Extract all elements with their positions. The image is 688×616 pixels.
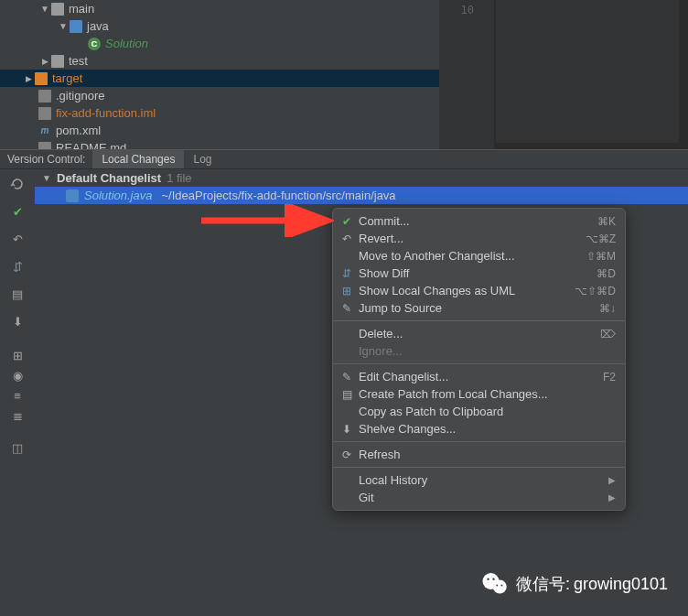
svg-point-2 [493,580,507,594]
menu-item-jump[interactable]: ✎ Jump to Source ⌘↓ [333,299,625,317]
tool-strip: ✔ ↶ ⇵ ▤ ⬇ ⊞ ◉ ≡ ≣ ◫ [0,169,35,616]
editor-background [496,0,679,143]
revert-icon[interactable]: ↶ [6,228,28,250]
submenu-arrow-icon: ▶ [608,475,616,485]
tree-row-gitignore[interactable]: .gitignore [0,87,439,104]
shelve-icon: ⬇ [339,423,355,436]
menu-shortcut: ⌘D [597,267,616,280]
shelve-icon[interactable]: ⬇ [6,310,28,332]
menu-item-edit-changelist[interactable]: ✎ Edit Changelist... F2 [333,368,625,385]
menu-item-revert[interactable]: ↶ Revert... ⌥⌘Z [333,230,625,247]
watermark: 微信号: growing0101 [481,570,668,598]
expand-arrow-icon[interactable] [40,172,53,185]
changelist-header[interactable]: Default Changelist 1 file [35,169,688,187]
menu-item-uml[interactable]: ⊞ Show Local Changes as UML ⌥⇧⌘D [333,282,625,299]
project-tree[interactable]: main java C Solution test target .gitign… [0,0,439,149]
refresh-icon: ⟳ [339,448,355,461]
changed-file-row[interactable]: Solution.java ~/IdeaProjects/fix-add-fun… [35,187,688,204]
menu-label: Move to Another Changelist... [359,249,586,263]
tree-row-pom[interactable]: m pom.xml [0,122,439,139]
class-icon: C [88,38,101,50]
preview-icon[interactable]: ◉ [6,367,28,384]
menu-label: Revert... [359,232,586,245]
tree-row-main[interactable]: main [0,0,439,17]
tree-label-target: target [52,71,82,85]
menu-item-local-history[interactable]: Local History ▶ [333,471,625,489]
menu-shortcut: ⌦ [600,328,616,340]
revert-icon: ↶ [339,232,355,245]
tab-log[interactable]: Log [184,150,220,168]
expand-arrow-icon[interactable] [38,3,51,16]
svg-point-4 [492,578,494,580]
menu-shortcut: F2 [603,371,616,384]
show-diff-preview-icon[interactable]: ◫ [6,437,28,459]
expand-arrow-icon[interactable] [38,55,51,68]
commit-icon[interactable]: ✔ [6,200,28,222]
folder-icon [51,55,64,68]
menu-item-shelve[interactable]: ⬇ Shelve Changes... [333,420,625,438]
folder-icon [35,72,48,85]
menu-item-ignore: Ignore... [333,342,625,360]
menu-label: Create Patch from Local Changes... [359,387,616,401]
tab-local-changes[interactable]: Local Changes [92,150,184,168]
menu-separator [333,441,625,442]
tree-row-solution[interactable]: C Solution [0,35,439,52]
folder-icon [51,3,64,16]
group-icon[interactable]: ⊞ [6,347,28,363]
tree-row-readme[interactable]: README.md [0,139,439,149]
changed-file-path: ~/IdeaProjects/fix-add-function/src/main… [161,189,395,202]
menu-separator [333,467,625,468]
tree-label-main: main [69,2,94,16]
tree-row-java[interactable]: java [0,17,439,35]
tree-row-target[interactable]: target [0,70,439,87]
changelist-icon[interactable]: ▤ [6,283,28,305]
menu-item-refresh[interactable]: ⟳ Refresh [333,446,625,463]
menu-item-move[interactable]: Move to Another Changelist... ⇧⌘M [333,247,625,265]
collapse-icon[interactable]: ≣ [6,407,28,424]
java-file-icon [66,189,79,202]
refresh-icon[interactable] [6,173,28,195]
menu-item-copy-patch[interactable]: Copy as Patch to Clipboard [333,403,625,420]
expand-icon[interactable]: ≡ [6,387,28,404]
top-area: main java C Solution test target .gitign… [0,0,688,149]
menu-label: Refresh [359,448,616,461]
svg-point-6 [500,585,502,587]
svg-point-5 [496,585,498,587]
wechat-icon [481,570,509,598]
gutter-line-number: 10 [439,4,474,16]
menu-label: Local History [359,473,608,487]
vc-title: Version Control: [0,153,92,166]
menu-item-diff[interactable]: ⇵ Show Diff ⌘D [333,265,625,282]
file-icon [38,107,51,120]
expand-arrow-icon[interactable] [22,72,35,85]
file-icon [38,90,51,103]
context-menu: ✔ Commit... ⌘K ↶ Revert... ⌥⌘Z Move to A… [332,208,626,511]
menu-label: Copy as Patch to Clipboard [359,405,616,418]
markdown-icon [38,142,51,150]
tree-label-solution: Solution [105,37,148,50]
menu-label: Show Diff [359,266,597,280]
expand-arrow-icon[interactable] [57,20,70,33]
watermark-id: growing0101 [574,575,668,594]
menu-item-git[interactable]: Git ▶ [333,489,625,506]
jump-icon: ✎ [339,302,355,315]
menu-shortcut: ⌥⇧⌘D [575,285,616,297]
menu-shortcut: ⌘↓ [599,302,616,315]
version-control-tabbar: Version Control: Local Changes Log [0,149,688,169]
diff-icon[interactable]: ⇵ [6,255,28,277]
menu-label: Git [359,491,608,504]
folder-icon [70,20,82,33]
menu-label: Ignore... [359,344,616,358]
changelist-name: Default Changelist [57,171,161,185]
check-icon: ✔ [339,215,355,228]
tree-row-test[interactable]: test [0,52,439,70]
editor-area[interactable] [494,0,688,149]
menu-shortcut: ⌥⌘Z [586,232,616,245]
maven-icon: m [38,124,51,137]
svg-point-3 [487,578,489,580]
menu-item-delete[interactable]: Delete... ⌦ [333,325,625,342]
menu-separator [333,320,625,321]
menu-item-create-patch[interactable]: ▤ Create Patch from Local Changes... [333,385,625,403]
tree-row-iml[interactable]: fix-add-function.iml [0,104,439,122]
menu-item-commit[interactable]: ✔ Commit... ⌘K [333,212,625,230]
